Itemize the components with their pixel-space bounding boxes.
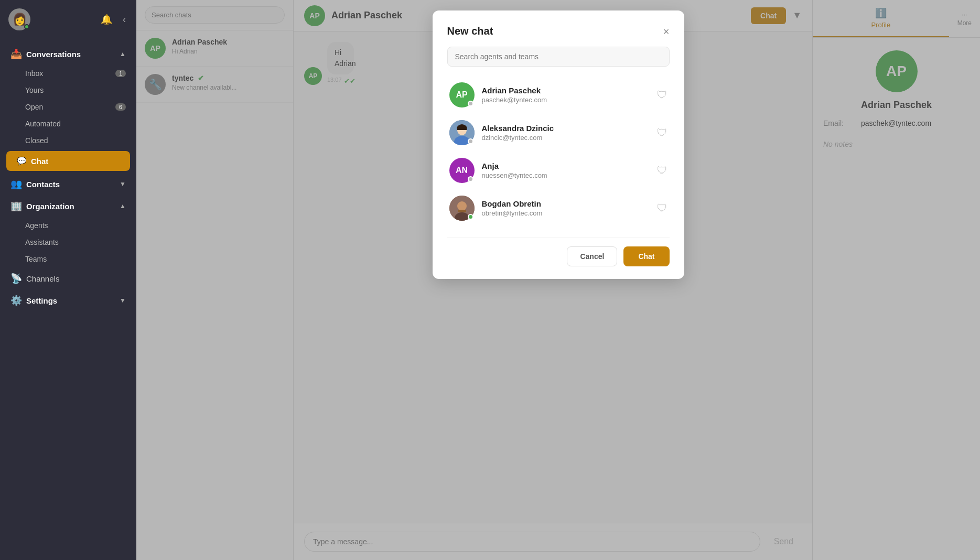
modal-close-button[interactable]: ×: [663, 26, 670, 37]
modal-avatar-anja: AN: [449, 158, 475, 183]
modal-email-aleksandra: dzincic@tyntec.com: [482, 134, 650, 142]
shield-icon-adrian: 🛡: [657, 89, 667, 101]
channels-icon: 📡: [10, 273, 22, 284]
status-dot-bogdan: [468, 214, 473, 220]
sidebar-item-organization[interactable]: 🏢 Organization ▲: [0, 195, 136, 217]
modal-email-anja: nuessen@tyntec.com: [482, 171, 650, 179]
teams-label: Teams: [25, 255, 47, 263]
chat-label: Chat: [31, 157, 48, 166]
user-avatar-wrapper: 👩: [8, 8, 30, 30]
status-dot-aleksandra: [468, 138, 473, 144]
sidebar-nav: 📥 Conversations ▲ Inbox 1 Yours Open 6 A…: [0, 39, 136, 560]
modal-email-adrian: paschek@tyntec.com: [482, 96, 650, 104]
shield-icon-anja: 🛡: [657, 165, 667, 177]
assistants-label: Assistants: [25, 238, 59, 246]
sidebar-item-open[interactable]: Open 6: [0, 99, 136, 115]
modal-info-anja: Anja nuessen@tyntec.com: [482, 161, 650, 179]
conversations-chevron: ▲: [120, 50, 126, 58]
modal-item-bogdan[interactable]: Bogdan Obretin obretin@tyntec.com 🛡: [447, 189, 670, 227]
shield-icon-bogdan: 🛡: [657, 202, 667, 214]
sidebar-item-channels[interactable]: 📡 Channels: [0, 267, 136, 289]
open-badge: 6: [115, 103, 126, 111]
conversations-label: Conversations: [26, 50, 81, 59]
organization-chevron: ▲: [120, 202, 126, 210]
organization-icon: 🏢: [10, 200, 22, 212]
sidebar-item-assistants[interactable]: Assistants: [0, 234, 136, 251]
modal-overlay: New chat × AP Adrian Paschek paschek@tyn…: [136, 0, 980, 560]
modal-footer: Cancel Chat: [447, 238, 670, 266]
settings-label: Settings: [26, 296, 57, 305]
status-dot-anja: [468, 176, 473, 182]
modal-initials-adrian: AP: [456, 90, 467, 100]
settings-icon: ⚙️: [10, 295, 22, 306]
svg-point-4: [457, 201, 467, 211]
sidebar-header-icons: 🔔 ‹: [99, 12, 128, 27]
shield-icon-aleksandra: 🛡: [657, 127, 667, 139]
sidebar-item-teams[interactable]: Teams: [0, 251, 136, 267]
contacts-icon: 👥: [10, 178, 22, 190]
inbox-badge: 1: [115, 70, 126, 77]
channels-label: Channels: [26, 274, 59, 283]
main-content: AP Adrian Paschek Hi Adrian 🔧 tyntec ✔ N…: [136, 0, 980, 560]
modal-info-adrian: Adrian Paschek paschek@tyntec.com: [482, 86, 650, 104]
sidebar-item-yours[interactable]: Yours: [0, 82, 136, 99]
sidebar: 👩 🔔 ‹ 📥 Conversations ▲ Inbox 1 Yours Op…: [0, 0, 136, 560]
settings-chevron: ▼: [120, 297, 126, 304]
svg-rect-6: [458, 210, 466, 212]
chat-button[interactable]: Chat: [623, 246, 669, 266]
sidebar-item-settings[interactable]: ⚙️ Settings ▼: [0, 289, 136, 311]
online-indicator: [24, 24, 29, 29]
modal-avatar-adrian: AP: [449, 82, 475, 107]
inbox-label: Inbox: [25, 69, 43, 78]
sidebar-item-conversations[interactable]: 📥 Conversations ▲: [0, 43, 136, 65]
collapse-button[interactable]: ‹: [121, 12, 128, 27]
open-label: Open: [25, 103, 43, 111]
closed-label: Closed: [25, 136, 48, 145]
modal-avatar-bogdan: [449, 196, 475, 221]
cancel-button[interactable]: Cancel: [567, 246, 617, 266]
modal-avatar-aleksandra: [449, 120, 475, 145]
automated-label: Automated: [25, 120, 61, 128]
sidebar-item-contacts[interactable]: 👥 Contacts ▼: [0, 173, 136, 195]
modal-item-adrian[interactable]: AP Adrian Paschek paschek@tyntec.com 🛡: [447, 76, 670, 114]
modal-item-aleksandra[interactable]: Aleksandra Dzincic dzincic@tyntec.com 🛡: [447, 114, 670, 152]
contacts-chevron: ▼: [120, 180, 126, 188]
modal-initials-anja: AN: [456, 166, 468, 175]
status-dot-adrian: [468, 101, 473, 106]
modal-search-input[interactable]: [447, 47, 670, 67]
modal-info-bogdan: Bogdan Obretin obretin@tyntec.com: [482, 199, 650, 217]
chat-icon: 💬: [17, 156, 27, 166]
modal-name-bogdan: Bogdan Obretin: [482, 199, 650, 208]
modal-item-anja[interactable]: AN Anja nuessen@tyntec.com 🛡: [447, 152, 670, 189]
organization-label: Organization: [26, 202, 74, 211]
modal-title: New chat: [447, 25, 493, 37]
agents-label: Agents: [25, 221, 48, 230]
contacts-label: Contacts: [26, 180, 60, 189]
modal-name-adrian: Adrian Paschek: [482, 86, 650, 95]
modal-name-aleksandra: Aleksandra Dzincic: [482, 124, 650, 133]
yours-label: Yours: [25, 86, 44, 94]
notifications-button[interactable]: 🔔: [99, 12, 114, 27]
sidebar-item-automated[interactable]: Automated: [0, 115, 136, 132]
sidebar-item-inbox[interactable]: Inbox 1: [0, 65, 136, 82]
new-chat-modal: New chat × AP Adrian Paschek paschek@tyn…: [433, 10, 684, 279]
sidebar-item-chat[interactable]: 💬 Chat: [6, 151, 130, 171]
sidebar-header: 👩 🔔 ‹: [0, 0, 136, 39]
modal-name-anja: Anja: [482, 161, 650, 170]
conversations-icon: 📥: [10, 48, 22, 60]
modal-agent-list: AP Adrian Paschek paschek@tyntec.com 🛡: [447, 76, 670, 227]
sidebar-item-closed[interactable]: Closed: [0, 132, 136, 149]
sidebar-item-agents[interactable]: Agents: [0, 217, 136, 234]
modal-email-bogdan: obretin@tyntec.com: [482, 209, 650, 217]
modal-info-aleksandra: Aleksandra Dzincic dzincic@tyntec.com: [482, 124, 650, 142]
modal-header: New chat ×: [447, 25, 670, 37]
